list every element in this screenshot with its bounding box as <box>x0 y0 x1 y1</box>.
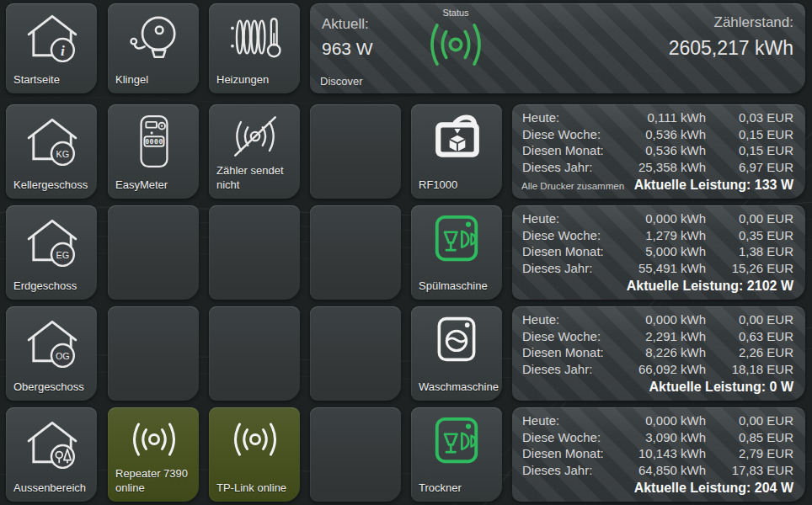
stats-row: Diese Woche:3,090 kWh0,85 EUR <box>522 430 793 447</box>
period-label: Diese Woche: <box>522 430 615 447</box>
meter-digits: 0000 <box>145 138 163 146</box>
tile-waschmaschine[interactable]: Waschmaschine <box>411 306 502 401</box>
stats-footer: Aktuelle Leistung: 2102 W <box>521 279 793 294</box>
stats-row: Diesen Monat:5,000 kWh1,38 EUR <box>522 244 793 261</box>
stats-panel-waschmaschine: Heute:0,000 kWh0,00 EUR Diese Woche:2,29… <box>512 306 805 401</box>
kwh-value: 0,000 kWh <box>615 312 706 329</box>
period-label: Diese Woche: <box>522 329 615 346</box>
printer3d-icon <box>429 114 486 165</box>
period-label: Diesen Monat: <box>522 446 615 463</box>
empty-tile <box>310 205 401 300</box>
stats-rows: Heute:0,111 kWh0,03 EUR Diese Woche:0,53… <box>522 110 793 176</box>
house-kg-icon: KG <box>24 114 80 166</box>
meter-reading-block: Zählerstand: 2605,217 kWh <box>669 14 793 60</box>
stats-row: Heute:0,000 kWh0,00 EUR <box>522 413 793 430</box>
period-label: Diese Woche: <box>522 127 615 144</box>
tile-label: Spülmaschine <box>419 279 498 294</box>
tile-label: Waschmaschine <box>419 380 498 395</box>
eur-value: 17,83 EUR <box>706 463 793 480</box>
aktuell-value: 963 W <box>322 39 373 59</box>
eur-value: 0,35 EUR <box>706 228 793 245</box>
discover-label: Discover <box>320 75 363 88</box>
tile-label: Aussenbereich <box>13 481 93 496</box>
status-label: Status <box>417 8 494 18</box>
tile-zaehler-sendet-nicht[interactable]: Zähler sendet nicht <box>209 104 300 199</box>
meter-icon: 0000 <box>131 111 177 172</box>
stats-panel-rf1000: Heute:0,111 kWh0,03 EUR Diese Woche:0,53… <box>512 104 805 199</box>
period-label: Diesen Monat: <box>522 143 615 160</box>
stats-row: Dieses Jahr:66,092 kWh18,18 EUR <box>522 362 793 379</box>
dishwasher-icon <box>430 414 483 466</box>
tile-erdgeschoss[interactable]: EG Erdgeschoss <box>6 205 97 300</box>
stats-row: Heute:0,000 kWh0,00 EUR <box>522 211 793 228</box>
house-og-icon: OG <box>24 316 80 368</box>
app-root: { "colors": { "appliance_green": "#2dbd5… <box>0 0 812 505</box>
stats-row: Heute:0,111 kWh0,03 EUR <box>522 110 793 127</box>
stats-panel-spuelmaschine: Heute:0,000 kWh0,00 EUR Diese Woche:1,27… <box>512 205 805 300</box>
stats-rows: Heute:0,000 kWh0,00 EUR Diese Woche:1,27… <box>522 211 793 277</box>
kwh-value: 55,491 kWh <box>615 261 706 278</box>
tile-spuelmaschine[interactable]: Spülmaschine <box>411 205 502 300</box>
tile-obergeschoss[interactable]: OG Obergeschoss <box>6 306 97 401</box>
kwh-value: 3,090 kWh <box>615 430 706 447</box>
tile-aussenbereich[interactable]: Aussenbereich <box>6 407 97 502</box>
current-power-block: Aktuell: 963 W <box>322 16 373 59</box>
signal-icon <box>127 419 181 460</box>
stats-row: Diesen Monat:0,536 kWh0,15 EUR <box>522 143 793 160</box>
period-label: Dieses Jahr: <box>522 160 615 177</box>
dishwasher-icon <box>430 212 483 264</box>
kwh-value: 0,000 kWh <box>615 211 706 228</box>
signal-icon <box>228 419 282 460</box>
tile-label: Erdgeschoss <box>13 279 93 294</box>
zaehlerstand-value: 2605,217 kWh <box>669 37 793 60</box>
kwh-value: 0,536 kWh <box>615 143 706 160</box>
current-power: Aktuelle Leistung: 133 W <box>634 178 793 193</box>
kwh-value: 25,358 kWh <box>615 160 706 177</box>
tile-trockner[interactable]: Trockner <box>411 407 502 502</box>
stats-footer: Aktuelle Leistung: 204 W <box>521 481 793 496</box>
radiator-thermometer-icon <box>224 13 286 62</box>
period-label: Heute: <box>522 211 615 228</box>
tile-heizungen[interactable]: Heizungen <box>209 3 300 93</box>
tile-label: Kellergeschoss <box>13 178 93 193</box>
period-label: Heute: <box>522 110 615 127</box>
period-label: Dieses Jahr: <box>522 362 615 379</box>
tile-startseite[interactable]: i Startseite <box>6 3 97 93</box>
eur-value: 0,85 EUR <box>706 430 793 447</box>
tile-klingel[interactable]: Klingel <box>108 3 199 93</box>
kwh-value: 2,291 kWh <box>615 329 706 346</box>
eur-value: 0,15 EUR <box>706 143 793 160</box>
stats-row: Dieses Jahr:55,491 kWh15,26 EUR <box>522 261 793 278</box>
tile-tplink[interactable]: TP-Link online <box>209 407 300 502</box>
stats-row: Diese Woche:1,279 kWh0,35 EUR <box>522 228 793 245</box>
eur-value: 2,26 EUR <box>706 345 793 362</box>
badge-text: EG <box>56 250 70 260</box>
kwh-value: 66,092 kWh <box>615 362 706 379</box>
empty-tile <box>310 104 401 199</box>
stats-footer: Alle Drucker zusammen Aktuelle Leistung:… <box>521 178 793 193</box>
tile-rf1000[interactable]: RF1000 <box>411 104 502 199</box>
kwh-value: 64,850 kWh <box>615 463 706 480</box>
stats-row: Diesen Monat:8,226 kWh2,26 EUR <box>522 345 793 362</box>
kwh-value: 0,000 kWh <box>615 413 706 430</box>
stats-row: Diesen Monat:10,143 kWh2,79 EUR <box>522 446 793 463</box>
eur-value: 0,63 EUR <box>706 329 793 346</box>
washing-machine-icon <box>431 313 482 365</box>
eur-value: 1,38 EUR <box>706 244 793 261</box>
eur-value: 0,00 EUR <box>706 413 793 430</box>
tile-label: Zähler sendet nicht <box>216 164 296 193</box>
house-trees-icon <box>24 417 80 469</box>
period-label: Heute: <box>522 413 615 430</box>
tile-repeater-7390[interactable]: Repeater 7390 online <box>108 407 199 502</box>
empty-tile <box>209 306 300 401</box>
stats-rows: Heute:0,000 kWh0,00 EUR Diese Woche:3,09… <box>522 413 793 479</box>
tile-label: Heizungen <box>216 73 296 88</box>
empty-tile <box>108 205 199 300</box>
tile-kellergeschoss[interactable]: KG Kellergeschoss <box>6 104 97 199</box>
header-panel: Aktuell: 963 W Status Zählerstand: 2605,… <box>310 3 805 93</box>
eur-value: 0,03 EUR <box>706 110 793 127</box>
tile-easymeter[interactable]: 0000 EasyMeter <box>108 104 199 199</box>
empty-tile <box>310 306 401 401</box>
stats-rows: Heute:0,000 kWh0,00 EUR Diese Woche:2,29… <box>522 312 793 378</box>
tile-label: Klingel <box>115 73 195 88</box>
